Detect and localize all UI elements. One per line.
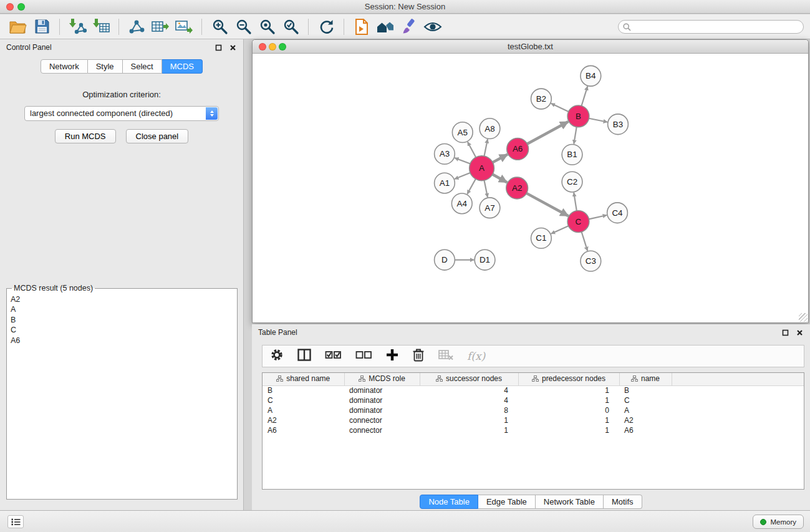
table-cell[interactable]: 1 — [518, 385, 619, 395]
zoom-window-button[interactable] — [17, 3, 25, 11]
network-canvas-svg[interactable]: AA1A2A3A4A5A6A7A8BB1B2B3B4CC1C2C3C4DD1 — [253, 54, 808, 322]
table-cell[interactable]: A2 — [619, 415, 672, 425]
refresh-icon[interactable] — [314, 16, 338, 37]
graph-node-C1[interactable]: C1 — [531, 228, 551, 249]
graph-node-A2[interactable]: A2 — [506, 177, 528, 199]
graph-edge-A-A4[interactable] — [467, 179, 476, 194]
table-cell[interactable]: B — [619, 385, 672, 395]
table-cell[interactable]: A — [263, 405, 344, 415]
graph-edge-A-A5[interactable] — [468, 142, 476, 157]
table-cell[interactable]: A2 — [263, 415, 344, 425]
graph-node-B3[interactable]: B3 — [608, 114, 629, 135]
graph-edge-C-C4[interactable] — [589, 215, 607, 219]
table-cell[interactable]: A — [619, 405, 672, 415]
open-folder-icon[interactable] — [6, 16, 30, 37]
graph-node-A3[interactable]: A3 — [435, 143, 455, 164]
graph-edge-B-B2[interactable] — [551, 104, 569, 112]
graph-edge-C-C2[interactable] — [574, 193, 577, 211]
graph-node-B4[interactable]: B4 — [581, 65, 601, 86]
close-window-button[interactable] — [6, 3, 14, 11]
table-cell[interactable]: 4 — [420, 395, 518, 405]
graph-edge-A-A3[interactable] — [455, 158, 470, 163]
table-cell[interactable]: C — [263, 395, 344, 405]
table-row[interactable]: Cdominator41C — [263, 395, 804, 405]
new-network-icon[interactable] — [125, 16, 148, 37]
column-header-predecessor-nodes[interactable]: predecessor nodes — [518, 373, 619, 385]
graph-node-D1[interactable]: D1 — [475, 249, 495, 270]
select-all-icon[interactable] — [325, 349, 342, 363]
home-networks-icon[interactable] — [374, 16, 397, 37]
memory-button[interactable]: Memory — [753, 515, 804, 529]
result-item[interactable]: A — [11, 304, 233, 314]
graph-node-C[interactable]: C — [567, 211, 589, 233]
table-cell[interactable]: A6 — [263, 425, 344, 435]
graph-edge-B-B1[interactable] — [574, 127, 576, 143]
graph-node-A1[interactable]: A1 — [435, 173, 455, 193]
network-canvas[interactable]: AA1A2A3A4A5A6A7A8BB1B2B3B4CC1C2C3C4DD1 — [253, 54, 808, 322]
table-cell[interactable]: connector — [344, 415, 420, 425]
graph-edge-A-A7[interactable] — [485, 180, 488, 197]
graph-edge-C-C1[interactable] — [551, 226, 569, 234]
graph-edge-A-A2[interactable] — [493, 174, 507, 182]
search-input[interactable] — [618, 20, 804, 34]
table-row[interactable]: Bdominator41B — [263, 385, 804, 395]
tab-mcds[interactable]: MCDS — [162, 59, 203, 74]
graph-node-C4[interactable]: C4 — [607, 203, 628, 223]
graph-node-C2[interactable]: C2 — [562, 172, 582, 192]
tab-edge-table[interactable]: Edge Table — [478, 495, 536, 509]
table-cell[interactable]: dominator — [344, 395, 420, 405]
table-cell[interactable]: 1 — [420, 425, 518, 435]
graph-edge-A-A8[interactable] — [485, 139, 488, 156]
zoom-selected-icon[interactable] — [279, 16, 302, 37]
show-hide-eye-icon[interactable] — [421, 16, 445, 37]
graph-node-A4[interactable]: A4 — [451, 193, 472, 214]
graph-node-A6[interactable]: A6 — [507, 138, 529, 160]
graph-edge-A2-C[interactable] — [526, 193, 568, 216]
style-brush-icon[interactable] — [397, 16, 421, 37]
network-minimize-button[interactable] — [269, 43, 276, 51]
column-header-MCDS-role[interactable]: MCDS role — [344, 373, 420, 385]
zoom-in-icon[interactable] — [208, 16, 231, 37]
graph-node-D[interactable]: D — [435, 249, 455, 270]
add-row-icon[interactable] — [386, 349, 398, 364]
graph-node-B[interactable]: B — [567, 105, 589, 127]
zoom-fit-icon[interactable] — [255, 16, 279, 37]
graph-edge-A6-B[interactable] — [527, 122, 568, 144]
table-cell[interactable]: C — [619, 395, 672, 405]
table-cell[interactable]: 0 — [518, 405, 619, 415]
dropdown-stepper-icon[interactable] — [206, 107, 218, 120]
graph-node-A5[interactable]: A5 — [452, 122, 473, 143]
graph-node-B1[interactable]: B1 — [562, 144, 582, 165]
close-panel-icon[interactable] — [795, 328, 804, 337]
column-header-shared-name[interactable]: shared name — [263, 373, 344, 385]
network-zoom-button[interactable] — [279, 43, 286, 51]
graph-node-B2[interactable]: B2 — [531, 89, 551, 109]
tab-select[interactable]: Select — [123, 59, 162, 74]
run-mcds-button[interactable]: Run MCDS — [55, 129, 116, 143]
table-cell[interactable]: connector — [344, 425, 420, 435]
graph-node-A[interactable]: A — [470, 156, 494, 181]
network-close-button[interactable] — [259, 43, 266, 51]
tab-node-table[interactable]: Node Table — [420, 495, 478, 509]
column-header-name[interactable]: name — [619, 373, 672, 385]
float-panel-icon[interactable] — [214, 43, 223, 52]
graph-node-A7[interactable]: A7 — [480, 198, 500, 218]
export-table-icon[interactable] — [148, 16, 172, 37]
table-row[interactable]: A2connector11A2 — [263, 415, 804, 425]
table-row[interactable]: Adominator80A — [263, 405, 804, 415]
table-cell[interactable]: B — [263, 385, 344, 395]
result-item[interactable]: A6 — [11, 336, 233, 346]
graph-edge-A-A1[interactable] — [455, 173, 470, 179]
table-row[interactable]: A6connector11A6 — [263, 425, 804, 435]
float-panel-icon[interactable] — [781, 328, 789, 337]
result-item[interactable]: B — [11, 315, 233, 325]
table-cell[interactable]: 1 — [420, 415, 518, 425]
result-item[interactable]: A2 — [11, 294, 233, 304]
close-panel-button[interactable]: Close panel — [126, 129, 189, 143]
deselect-all-icon[interactable] — [355, 349, 372, 363]
delete-rows-icon[interactable] — [412, 348, 425, 364]
graph-node-A8[interactable]: A8 — [480, 118, 500, 139]
result-item[interactable]: C — [11, 325, 233, 335]
table-cell[interactable]: 8 — [420, 405, 518, 415]
tab-network-table[interactable]: Network Table — [536, 495, 604, 509]
